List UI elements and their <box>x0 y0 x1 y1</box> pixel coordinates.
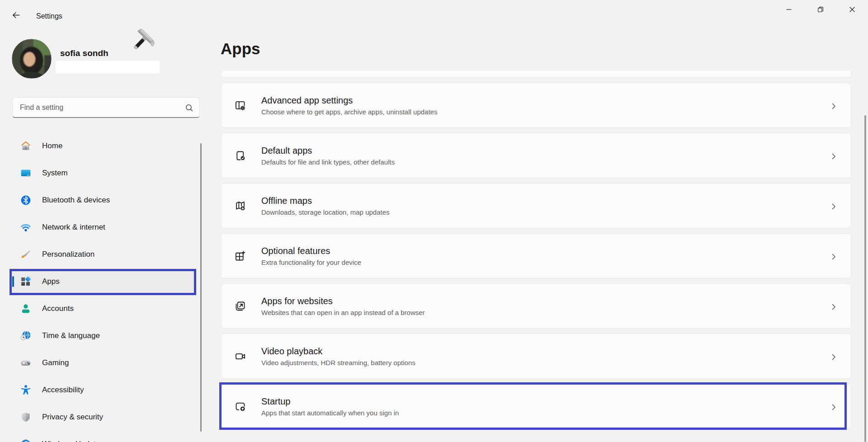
card-advanced-app-settings[interactable]: Advanced app settings Choose where to ge… <box>221 83 851 128</box>
card-title: Default apps <box>261 145 395 156</box>
chevron-right-icon <box>832 103 836 109</box>
hammer-cursor-icon <box>128 27 157 56</box>
selected-indicator-pill <box>12 276 14 287</box>
card-subtitle: Downloads, storage location, map updates <box>261 208 390 216</box>
profile-name: sofia sondh <box>60 48 108 58</box>
sidebar-item-label: Accessibility <box>42 386 84 395</box>
close-button[interactable] <box>836 0 868 19</box>
sidebar-item-label: Network & internet <box>42 223 105 232</box>
chevron-right-icon <box>832 153 836 160</box>
sidebar-item-system[interactable]: System <box>10 162 196 184</box>
offline-maps-icon <box>234 200 246 212</box>
system-icon <box>20 167 32 179</box>
card-apps-for-websites[interactable]: Apps for websites Websites that can open… <box>221 283 851 329</box>
sidebar-item-privacy-security[interactable]: Privacy & security <box>10 406 196 428</box>
card-optional-features[interactable]: Optional features Extra functionality fo… <box>221 233 851 278</box>
home-icon <box>20 140 32 152</box>
sidebar-item-label: Accounts <box>42 304 74 313</box>
sidebar-item-label: Gaming <box>42 358 69 367</box>
window-title: Settings <box>36 12 62 20</box>
avatar <box>12 39 52 79</box>
chevron-right-icon <box>832 254 836 260</box>
card-title: Offline maps <box>261 195 390 207</box>
card-offline-maps[interactable]: Offline maps Downloads, storage location… <box>221 183 851 228</box>
chevron-right-icon <box>832 304 836 310</box>
card-subtitle: Extra functionality for your device <box>261 259 361 266</box>
chevron-right-icon <box>832 203 836 210</box>
chevron-right-icon <box>832 354 836 360</box>
sidebar-item-label: Bluetooth & devices <box>42 196 110 205</box>
back-arrow-icon <box>11 10 21 20</box>
restore-button[interactable] <box>805 0 836 19</box>
sidebar-item-label: Privacy & security <box>42 413 103 422</box>
sidebar-item-home[interactable]: Home <box>10 135 196 157</box>
card-title: Video playback <box>261 346 415 357</box>
partial-card-top[interactable] <box>221 71 851 78</box>
card-subtitle: Apps that start automatically when you s… <box>261 409 399 417</box>
settings-window: { "titlebar": { "title": "Settings", "co… <box>0 0 868 442</box>
search-box <box>12 97 200 118</box>
apps-icon <box>20 276 32 287</box>
personalization-icon <box>20 249 32 260</box>
startup-icon <box>234 400 246 413</box>
accounts-icon <box>20 303 32 315</box>
accessibility-icon <box>20 384 32 396</box>
sidebar-item-accessibility[interactable]: Accessibility <box>10 379 196 401</box>
page-title: Apps <box>221 40 260 58</box>
privacy-icon <box>20 411 32 423</box>
sidebar-item-label: Windows Update <box>42 440 100 442</box>
sidebar-item-accounts[interactable]: Accounts <box>10 298 196 320</box>
sidebar-item-gaming[interactable]: Gaming <box>10 352 196 374</box>
network-icon <box>20 221 32 233</box>
update-icon <box>20 438 32 442</box>
sidebar-item-label: Time & language <box>42 331 100 340</box>
search-icon[interactable] <box>185 103 193 112</box>
card-title: Optional features <box>261 245 361 257</box>
card-subtitle: Defaults for file and link types, other … <box>261 158 395 166</box>
restore-icon <box>818 7 823 12</box>
minimize-button[interactable] <box>773 0 805 19</box>
card-subtitle: Video adjustments, HDR streaming, batter… <box>261 359 415 367</box>
chevron-right-icon <box>832 404 836 410</box>
minimize-icon <box>786 7 792 12</box>
card-default-apps[interactable]: Default apps Defaults for file and link … <box>221 133 851 178</box>
card-title: Startup <box>261 396 399 407</box>
sidebar-item-personalization[interactable]: Personalization <box>10 244 196 265</box>
card-video-playback[interactable]: Video playback Video adjustments, HDR st… <box>221 334 851 379</box>
video-playback-icon <box>234 350 246 362</box>
sidebar-item-label: Home <box>42 141 62 150</box>
card-subtitle: Websites that can open in an app instead… <box>261 309 425 316</box>
sidebar-scrollbar[interactable] <box>200 143 202 432</box>
account-info-redaction <box>56 61 160 73</box>
gaming-icon <box>20 357 32 369</box>
sidebar-item-time-language[interactable]: Time & language <box>10 325 196 347</box>
time-icon <box>20 330 32 342</box>
settings-card-list: Advanced app settings Choose where to ge… <box>221 71 851 429</box>
sidebar-item-windows-update[interactable]: Windows Update <box>10 433 196 442</box>
sidebar-item-label: Apps <box>42 277 60 286</box>
optional-features-icon <box>234 250 246 262</box>
main-scrollbar[interactable] <box>864 115 866 442</box>
default-apps-icon <box>234 150 246 162</box>
caption-buttons <box>773 0 868 19</box>
card-title: Apps for websites <box>261 296 425 307</box>
bluetooth-icon <box>20 194 32 206</box>
card-startup[interactable]: Startup Apps that start automatically wh… <box>221 384 851 429</box>
sidebar-item-network-internet[interactable]: Network & internet <box>10 216 196 238</box>
search-input[interactable] <box>13 98 199 117</box>
apps-for-websites-icon <box>234 300 246 312</box>
sidebar-item-bluetooth-devices[interactable]: Bluetooth & devices <box>10 189 196 211</box>
sidebar-item-label: Personalization <box>42 250 94 259</box>
close-icon <box>849 7 855 12</box>
advanced-app-settings-icon <box>234 99 246 112</box>
card-subtitle: Choose where to get apps, archive apps, … <box>261 108 437 116</box>
sidebar-item-apps[interactable]: Apps <box>10 271 196 292</box>
sidebar-nav: Home System Bluetooth & devices Network … <box>10 135 196 442</box>
back-button[interactable] <box>6 6 25 24</box>
sidebar-item-label: System <box>42 169 68 178</box>
card-title: Advanced app settings <box>261 95 437 106</box>
